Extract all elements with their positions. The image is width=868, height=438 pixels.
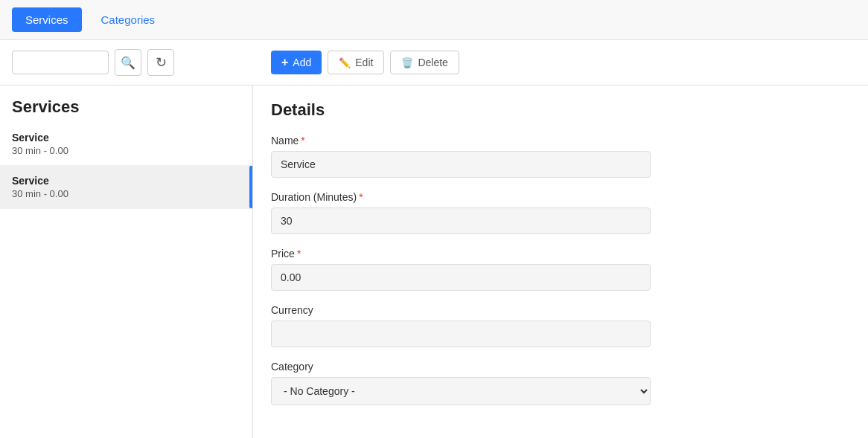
duration-input[interactable] bbox=[271, 207, 651, 234]
service-list: Service 30 min - 0.00 Service 30 min - 0… bbox=[0, 123, 252, 438]
list-item[interactable]: Service 30 min - 0.00 bbox=[0, 166, 252, 209]
duration-label: Duration (Minutes) * bbox=[271, 191, 850, 203]
price-field-group: Price * bbox=[271, 248, 850, 291]
service-item-name: Service bbox=[12, 175, 240, 187]
name-field-group: Name * bbox=[271, 135, 850, 178]
currency-input[interactable] bbox=[271, 321, 651, 347]
currency-field-group: Currency bbox=[271, 304, 850, 347]
add-button[interactable]: + Add bbox=[271, 51, 322, 74]
categories-tab[interactable]: Categories bbox=[88, 7, 169, 32]
right-panel: Details Name * Duration (Minutes) * bbox=[253, 86, 868, 438]
price-required: * bbox=[297, 248, 301, 260]
refresh-button[interactable]: ↻ bbox=[147, 49, 174, 76]
left-toolbar: 🔍 ↻ bbox=[12, 49, 265, 76]
search-input[interactable] bbox=[12, 51, 109, 74]
search-button[interactable]: 🔍 bbox=[115, 49, 141, 76]
main-layout: Services Service 30 min - 0.00 Service 3… bbox=[0, 86, 868, 438]
delete-button[interactable]: 🗑️ Delete bbox=[390, 51, 459, 74]
right-toolbar: + Add ✏️ Edit 🗑️ Delete bbox=[271, 51, 459, 74]
name-input[interactable] bbox=[271, 151, 651, 178]
name-label: Name * bbox=[271, 135, 850, 146]
services-tab[interactable]: Services bbox=[12, 7, 82, 32]
name-required: * bbox=[301, 135, 304, 146]
currency-label: Currency bbox=[271, 304, 850, 316]
edit-icon: ✏️ bbox=[339, 57, 351, 68]
service-item-meta: 30 min - 0.00 bbox=[12, 188, 240, 199]
edit-label: Edit bbox=[355, 57, 373, 68]
add-label: Add bbox=[293, 57, 311, 68]
services-title: Services bbox=[0, 86, 252, 123]
category-label: Category bbox=[271, 361, 850, 373]
trash-icon: 🗑️ bbox=[401, 57, 413, 68]
duration-required: * bbox=[359, 191, 363, 203]
plus-icon: + bbox=[281, 56, 288, 69]
list-item[interactable]: Service 30 min - 0.00 bbox=[0, 123, 252, 166]
top-nav: Services Categories bbox=[0, 0, 868, 40]
service-item-name: Service bbox=[12, 132, 240, 144]
combined-toolbar: 🔍 ↻ + Add ✏️ Edit 🗑️ Delete bbox=[0, 40, 868, 86]
search-icon: 🔍 bbox=[121, 56, 135, 70]
refresh-icon: ↻ bbox=[156, 54, 167, 71]
category-field-group: Category - No Category - bbox=[271, 361, 850, 405]
service-item-meta: 30 min - 0.00 bbox=[12, 145, 240, 156]
left-panel: Services Service 30 min - 0.00 Service 3… bbox=[0, 86, 253, 438]
category-select[interactable]: - No Category - bbox=[271, 377, 651, 405]
edit-button[interactable]: ✏️ Edit bbox=[328, 51, 384, 74]
delete-label: Delete bbox=[418, 57, 447, 68]
price-input[interactable] bbox=[271, 264, 651, 291]
price-label: Price * bbox=[271, 248, 850, 260]
details-title: Details bbox=[271, 100, 850, 120]
duration-field-group: Duration (Minutes) * bbox=[271, 191, 850, 234]
